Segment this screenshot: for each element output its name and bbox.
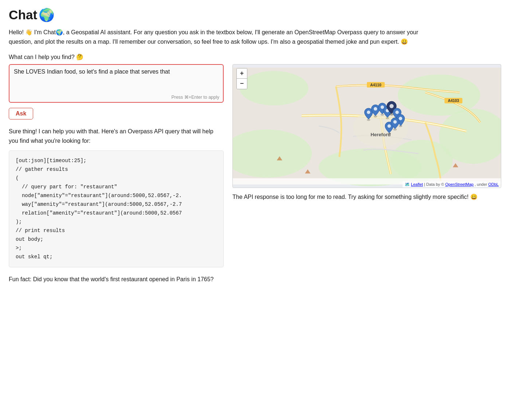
odbl-link[interactable]: ODbL bbox=[488, 182, 499, 187]
left-panel: Press ⌘+Enter to apply Ask Sure thing! I… bbox=[9, 64, 224, 284]
svg-text:Hereford: Hereford bbox=[370, 132, 391, 137]
svg-point-2 bbox=[240, 71, 309, 105]
query-input[interactable] bbox=[14, 68, 219, 90]
map-image: Hereford A4110 A4103 bbox=[233, 64, 501, 188]
svg-text:A4103: A4103 bbox=[448, 99, 459, 103]
fun-fact: Fun fact: Did you know that the world's … bbox=[9, 275, 224, 284]
intro-text: Hello! 👋 I'm Chat🌍, a Geospatial AI assi… bbox=[9, 28, 431, 46]
svg-point-19 bbox=[381, 106, 384, 109]
svg-point-27 bbox=[399, 117, 402, 120]
map-attribution-overlay: 🗺️ Leaflet | Data by © OpenStreetMap , u… bbox=[403, 181, 501, 188]
map-zoom-controls: + − bbox=[236, 68, 247, 89]
svg-point-31 bbox=[393, 120, 397, 123]
code-block: [out:json][timeout:25]; // gather result… bbox=[9, 150, 224, 267]
svg-point-7 bbox=[391, 140, 453, 181]
right-panel: + − bbox=[232, 64, 501, 202]
attribution-under: , under bbox=[475, 182, 488, 187]
main-layout: Press ⌘+Enter to apply Ask Sure thing! I… bbox=[9, 64, 501, 284]
title-text: Chat bbox=[9, 8, 37, 22]
svg-point-15 bbox=[367, 111, 370, 114]
leaflet-link[interactable]: Leaflet bbox=[411, 182, 423, 187]
app-title: Chat🌍 bbox=[9, 7, 501, 23]
textarea-wrapper: Press ⌘+Enter to apply bbox=[9, 64, 224, 103]
svg-point-29 bbox=[388, 124, 391, 127]
svg-point-25 bbox=[395, 111, 399, 114]
osm-link[interactable]: OpenStreetMap bbox=[445, 182, 474, 187]
svg-point-17 bbox=[374, 107, 377, 110]
zoom-out-button[interactable]: − bbox=[237, 79, 247, 89]
map-response-text: The API response is too long for me to r… bbox=[232, 192, 501, 202]
attribution-separator: | Data by © bbox=[424, 182, 445, 187]
map-container: + − bbox=[232, 64, 501, 188]
press-hint: Press ⌘+Enter to apply bbox=[171, 94, 219, 100]
helper-label: What can I help you find? 🤔 bbox=[9, 54, 501, 60]
zoom-in-button[interactable]: + bbox=[237, 68, 247, 79]
ask-button[interactable]: Ask bbox=[9, 108, 33, 119]
globe-emoji: 🌍 bbox=[39, 7, 55, 23]
response-text: Sure thing! I can help you with that. He… bbox=[9, 127, 224, 145]
svg-point-23 bbox=[389, 104, 393, 108]
svg-text:A4110: A4110 bbox=[370, 83, 381, 87]
